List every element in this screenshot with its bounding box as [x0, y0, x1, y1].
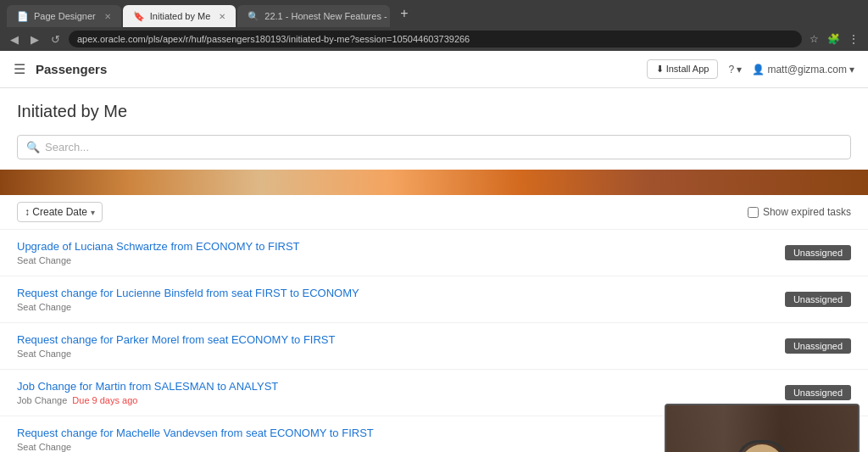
task-type: Seat Change: [17, 349, 71, 359]
browser-toolbar: ◀ ▶ ↺ ☆ 🧩 ⋮: [0, 27, 868, 51]
chevron-down-icon: ▾: [737, 64, 742, 75]
forward-button[interactable]: ▶: [27, 31, 42, 47]
task-due-date: Due 9 days ago: [72, 395, 137, 405]
tab-google[interactable]: 🔍 22.1 - Honest New Features - Google...…: [237, 5, 390, 27]
task-type: Seat Change: [17, 302, 71, 312]
task-title: Job Change for Martin from SALESMAN to A…: [17, 380, 771, 393]
task-title: Request change for Lucienne Binsfeld fro…: [17, 287, 771, 299]
bookmark-icon[interactable]: ☆: [807, 31, 821, 47]
reload-button[interactable]: ↺: [47, 31, 64, 47]
show-expired-label: Show expired tasks: [748, 206, 851, 218]
user-menu-button[interactable]: 👤 matt@gizma.com ▾: [752, 64, 854, 75]
install-icon: ⬇: [656, 64, 664, 74]
task-meta: Job Change Due 9 days ago: [17, 395, 771, 405]
user-label: matt@gizma.com: [767, 64, 847, 75]
task-title-link[interactable]: Job Change for Martin from SALESMAN to A…: [17, 380, 278, 393]
task-content: Job Change for Martin from SALESMAN to A…: [17, 380, 771, 405]
task-title-link[interactable]: Upgrade of Luciana Schwartze from ECONOM…: [17, 240, 300, 253]
task-badge: Unassigned: [785, 385, 851, 400]
tab-favicon: 🔍: [248, 11, 259, 22]
search-icon: 🔍: [26, 141, 40, 153]
task-type: Seat Change: [17, 255, 71, 265]
task-title-link[interactable]: Request change for Machelle Vandevsen fr…: [17, 427, 374, 439]
task-item[interactable]: Upgrade of Luciana Schwartze from ECONOM…: [0, 230, 868, 276]
search-input[interactable]: [45, 141, 842, 153]
search-input-wrap: 🔍: [17, 135, 851, 159]
task-badge: Unassigned: [785, 245, 851, 260]
sort-label: ↕ Create Date: [25, 206, 87, 218]
tab-initiated-by-me[interactable]: 🔖 Initiated by Me ✕: [123, 5, 236, 27]
hamburger-menu[interactable]: ☰: [14, 61, 25, 77]
app-title: Passengers: [36, 62, 107, 76]
address-bar[interactable]: [69, 31, 802, 47]
task-badge: Unassigned: [785, 292, 851, 307]
task-title-link[interactable]: Request change for Parker Morel from sea…: [17, 333, 335, 346]
task-content: Request change for Parker Morel from sea…: [17, 333, 771, 359]
help-label: ?: [728, 64, 734, 75]
task-type: Seat Change: [17, 442, 71, 452]
show-expired-text: Show expired tasks: [763, 206, 851, 218]
tab-label: Page Designer: [34, 11, 96, 21]
page-title: Initiated by Me: [17, 102, 851, 121]
install-app-button[interactable]: ⬇ Install App: [647, 59, 719, 79]
browser-tabs: 📄 Page Designer ✕ 🔖 Initiated by Me ✕ 🔍 …: [0, 0, 868, 27]
main-content: Initiated by Me 🔍 ↕ Create Date ▾ Show e…: [0, 88, 868, 452]
tab-label: 22.1 - Honest New Features - Google...: [264, 11, 390, 21]
sort-button[interactable]: ↕ Create Date ▾: [17, 202, 103, 222]
new-tab-button[interactable]: +: [395, 6, 413, 21]
tab-label: Initiated by Me: [150, 11, 211, 21]
task-item[interactable]: Request change for Parker Morel from sea…: [0, 323, 868, 370]
page-header: Initiated by Me: [0, 88, 868, 128]
task-meta: Seat Change: [17, 302, 771, 312]
task-item[interactable]: Request change for Lucienne Binsfeld fro…: [0, 276, 868, 323]
tab-favicon: 📄: [17, 11, 29, 22]
task-title: Request change for Parker Morel from sea…: [17, 333, 771, 346]
extension-icon[interactable]: 🧩: [825, 31, 843, 47]
video-overlay: [665, 404, 860, 452]
help-button[interactable]: ? ▾: [728, 64, 742, 75]
task-badge: Unassigned: [785, 338, 851, 354]
task-meta: Seat Change: [17, 255, 771, 265]
search-container: 🔍: [0, 128, 868, 170]
task-content: Request change for Lucienne Binsfeld fro…: [17, 287, 771, 312]
header-right: ⬇ Install App ? ▾ 👤 matt@gizma.com ▾: [647, 59, 854, 79]
app-header: ☰ Passengers ⬇ Install App ? ▾ 👤 matt@gi…: [0, 51, 868, 88]
chevron-down-icon: ▾: [91, 208, 95, 217]
tab-favicon: 🔖: [133, 11, 145, 22]
video-placeholder: [666, 405, 858, 452]
tab-page-designer[interactable]: 📄 Page Designer ✕: [7, 5, 121, 27]
task-title: Upgrade of Luciana Schwartze from ECONOM…: [17, 240, 771, 253]
task-meta: Seat Change: [17, 349, 771, 359]
tab-close-btn[interactable]: ✕: [104, 12, 111, 21]
user-icon: 👤: [752, 64, 765, 75]
chevron-down-icon: ▾: [849, 64, 854, 75]
list-toolbar: ↕ Create Date ▾ Show expired tasks: [0, 195, 868, 230]
show-expired-checkbox[interactable]: [748, 207, 759, 218]
task-type: Job Change: [17, 395, 67, 405]
banner-image: [0, 170, 868, 195]
browser-toolbar-actions: ☆ 🧩 ⋮: [807, 31, 861, 47]
install-label: Install App: [666, 64, 709, 74]
task-content: Upgrade of Luciana Schwartze from ECONOM…: [17, 240, 771, 265]
menu-icon[interactable]: ⋮: [846, 31, 861, 47]
tab-close-btn[interactable]: ✕: [219, 12, 225, 21]
back-button[interactable]: ◀: [7, 31, 22, 47]
task-title-link[interactable]: Request change for Lucienne Binsfeld fro…: [17, 287, 359, 299]
